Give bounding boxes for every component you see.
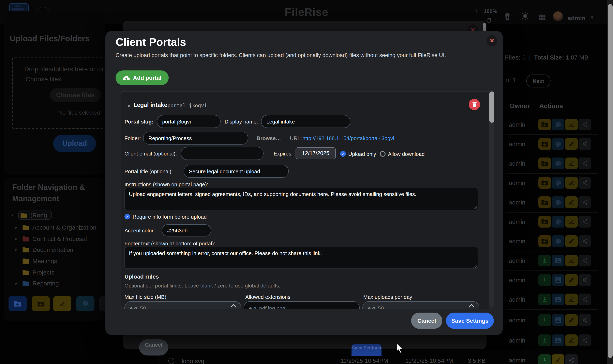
sidebar-folder-meetings[interactable]: Meetings	[15, 258, 57, 264]
sidebar-folder-contract-proposal[interactable]: ▸Contract & Proposal	[15, 235, 87, 242]
username[interactable]: admin	[568, 14, 585, 21]
footer-textarea[interactable]: If you uploaded something in error, cont…	[125, 247, 478, 269]
folder-move-icon[interactable]	[538, 177, 551, 189]
pencil-icon[interactable]	[565, 274, 578, 286]
share-icon[interactable]	[579, 314, 591, 326]
save-button-behind[interactable]: Save Settings	[351, 344, 381, 356]
collapse-caret-icon[interactable]: ▼	[127, 104, 131, 108]
pencil-icon[interactable]	[565, 157, 578, 169]
download-icon[interactable]	[538, 334, 551, 346]
portal-url-link[interactable]: http://192.168.1.154/portal/portal-j3ogv…	[302, 135, 394, 141]
folder-move-icon[interactable]	[538, 157, 551, 169]
refresh-button[interactable]	[486, 17, 492, 24]
row-checkbox[interactable]	[168, 358, 174, 364]
trash-restore-button[interactable]	[504, 12, 511, 21]
pencil-icon[interactable]	[565, 314, 578, 326]
share-icon[interactable]	[565, 354, 578, 364]
share-icon[interactable]	[579, 274, 591, 286]
share-icon[interactable]	[579, 196, 591, 208]
pencil-icon[interactable]	[565, 119, 578, 130]
palette-icon[interactable]	[552, 216, 564, 228]
share-icon[interactable]	[579, 334, 591, 346]
caret-icon[interactable]: ▸	[15, 236, 19, 241]
folder-move-icon[interactable]	[538, 216, 551, 228]
zoom-in-button[interactable]: +	[474, 7, 478, 14]
folder-move-icon[interactable]	[538, 119, 551, 130]
accent-color-input[interactable]: #2563eb	[162, 224, 211, 236]
download-icon[interactable]	[538, 274, 551, 286]
display-name-input[interactable]: Legal intake	[261, 115, 350, 128]
page-scrollbar-track[interactable]	[607, 0, 613, 364]
move-folder-button[interactable]	[32, 296, 50, 311]
next-page-button[interactable]: Next	[526, 75, 551, 88]
caret-icon[interactable]: ▾	[11, 213, 15, 217]
client-email-input[interactable]	[181, 147, 264, 160]
palette-icon[interactable]	[552, 196, 564, 208]
palette-icon[interactable]	[552, 177, 564, 189]
delete-portal-button[interactable]	[469, 99, 480, 110]
browse-button[interactable]: Browse…	[257, 135, 281, 141]
close-icon[interactable]: ✕	[487, 35, 498, 46]
modal-scrollbar-thumb[interactable]	[489, 91, 494, 123]
sidebar-folder-documentation[interactable]: ▸Documentation	[15, 246, 73, 253]
folder-move-icon[interactable]	[538, 138, 551, 150]
download-icon[interactable]	[538, 255, 551, 266]
caret-icon[interactable]: ▸	[15, 247, 19, 252]
image-icon[interactable]	[552, 334, 564, 346]
choose-files-button[interactable]: Choose files	[50, 88, 101, 102]
image-icon[interactable]	[552, 274, 564, 286]
palette-icon[interactable]	[552, 119, 564, 130]
sidebar-folder-reporting[interactable]: ▸Reporting	[15, 280, 59, 287]
portal-title-input[interactable]: Secure legal document upload	[184, 165, 289, 178]
pencil-icon[interactable]	[565, 235, 578, 247]
palette-icon[interactable]	[552, 235, 564, 247]
theme-sun-icon[interactable]	[521, 11, 530, 21]
pencil-icon[interactable]	[565, 255, 578, 266]
caret-icon[interactable]: ▸	[15, 281, 19, 286]
add-portal-button[interactable]: Add portal	[115, 70, 169, 85]
pencil-icon[interactable]	[552, 354, 564, 364]
avatar[interactable]	[553, 11, 563, 21]
save-settings-button[interactable]: Save Settings	[446, 312, 494, 329]
page-scrollbar-thumb[interactable]	[608, 4, 613, 358]
caret-down-icon[interactable]: ▼	[590, 15, 594, 20]
share-icon[interactable]	[579, 216, 591, 228]
allowed-extensions-input[interactable]: e.g. pdf,jpg,png	[244, 301, 360, 309]
caret-icon[interactable]: ▸	[15, 225, 19, 230]
folder-move-icon[interactable]	[538, 196, 551, 208]
download-icon[interactable]	[538, 354, 551, 364]
pencil-icon[interactable]	[565, 334, 578, 346]
expires-date-input[interactable]: 12/17/2025	[295, 147, 336, 159]
pencil-icon[interactable]	[565, 216, 578, 228]
column-header-owner[interactable]: Owner	[510, 103, 530, 110]
create-folder-button[interactable]	[9, 296, 27, 311]
share-icon[interactable]	[579, 235, 591, 247]
share-icon[interactable]	[579, 255, 591, 266]
sidebar-folder-account-organization[interactable]: ▸Account & Organization	[15, 224, 96, 231]
max-uploads-input[interactable]: e.g. 50	[362, 301, 479, 309]
image-icon[interactable]	[552, 255, 564, 266]
folder-input[interactable]: Reporting/Process	[143, 131, 248, 144]
modal-scrollbar-track[interactable]	[489, 90, 494, 307]
cancel-button-behind[interactable]: Cancel	[139, 339, 168, 355]
share-icon[interactable]	[579, 119, 591, 130]
image-icon[interactable]	[552, 294, 564, 305]
share-icon[interactable]	[579, 157, 591, 169]
sidebar-folder--root-[interactable]: ▾(Root)	[11, 210, 52, 220]
palette-icon[interactable]	[552, 157, 564, 169]
folder-move-icon[interactable]	[538, 235, 551, 247]
share-icon[interactable]	[579, 177, 591, 189]
rename-folder-button[interactable]	[53, 296, 71, 311]
sidebar-folder-projects[interactable]: Projects	[15, 269, 54, 276]
pencil-icon[interactable]	[565, 196, 578, 208]
apps-grid-icon[interactable]	[538, 13, 546, 21]
instructions-textarea[interactable]: Upload engagement letters, signed agreem…	[125, 188, 478, 210]
image-icon[interactable]	[552, 314, 564, 326]
download-icon[interactable]	[538, 314, 551, 326]
palette-icon[interactable]	[552, 138, 564, 150]
require-info-checkbox[interactable]: ✓	[125, 214, 130, 220]
allow-download-checkbox[interactable]	[380, 151, 386, 157]
cancel-button[interactable]: Cancel	[411, 312, 442, 329]
share-icon[interactable]	[579, 138, 591, 150]
upload-button[interactable]: Upload	[53, 135, 96, 152]
